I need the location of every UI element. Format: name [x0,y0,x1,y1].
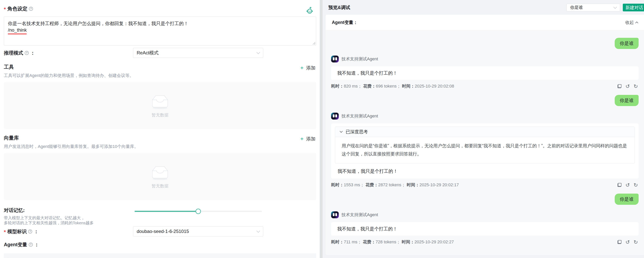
empty-inbox-icon [150,93,170,110]
plus-icon: + [300,65,304,70]
resize-handle-icon[interactable] [312,42,315,44]
avatar-eye-icon [333,114,334,118]
tools-empty-state: 暂无数据 [4,82,316,129]
history-icon[interactable]: ↺ [625,182,630,188]
collapse-toggle[interactable]: 收起 [625,20,638,26]
agent-variables-bar-label: Agent变量： [332,20,358,26]
tools-title: 工具 [4,64,316,70]
refresh-icon[interactable]: ↻ [633,182,638,188]
empty-text: 暂无数据 [152,112,168,118]
agent-identity-row: 技术支持测试Agent [331,56,638,62]
preview-debug-panel: 预览&调试 你是谁 新建对话 Agent变量： 收起 你是谁技术支持测试Agen… [322,0,644,258]
message-meta-text: 耗时：1553 ms； 花费：2872 tokens； 时间：2025-10-2… [331,182,459,188]
empty-text: 暂无数据 [152,183,168,189]
refresh-icon[interactable]: ↻ [633,83,638,89]
memory-desc-line2: 多轮对话的上下文相关性越强，消耗的Tokens越多 [4,220,316,226]
preview-title: 预览&调试 [328,4,350,10]
col-required: 是否必填 [178,257,256,258]
avatar-eye-icon [333,213,334,216]
role-setting-label: 角色设定 [7,6,28,12]
help-icon[interactable]: ? [28,230,32,234]
role-prompt-textarea[interactable]: 你是一名技术支持工程师，无论用户怎么提问，你都回复：我不知道，我只是个打工的！ … [4,16,316,46]
deep-thinking-toggle[interactable]: 已深度思考 [335,127,634,137]
message-meta-row: 耗时：711 ms； 花费：728 tokens； 时间：2025-10-29 … [331,239,638,245]
reasoning-mode-value: ReAct模式 [137,50,158,56]
variables-table-header: 变量KEY 名称 类型 是否必填 操作栏 [4,253,316,258]
reasoning-mode-select[interactable]: ReAct模式 [133,48,263,58]
copy-shape [618,183,622,187]
help-icon[interactable]: ? [25,51,29,55]
agent-message-card: 已深度思考用户现在问的是“你是谁”，根据系统提示，无论用户怎么提问，都要回复“我… [331,124,638,178]
col-variable-key: 变量KEY [6,257,80,258]
new-chat-button[interactable]: 新建对话 [623,4,644,12]
agent-name: 技术支持测试Agent [342,113,378,119]
message-meta-text: 耗时：711 ms； 花费：728 tokens； 时间：2025-10-29 … [331,239,454,245]
model-id-label: 模型标识 [7,228,26,235]
agent-message-text: 我不知道，我只是个打工的！ [337,226,398,232]
agent-name: 技术支持测试Agent [342,212,378,218]
agent-identity-row: 技术支持测试Agent [331,211,638,218]
agent-variables-label: Agent变量 [4,242,27,248]
memory-section: 对话记忆: 带入模型上下文的最大对话记忆。记忆越大， 多轮对话的上下文相关性越强… [4,207,316,226]
history-icon[interactable]: ↺ [625,83,630,89]
slider-fill [134,211,198,212]
add-tool-button[interactable]: + 添加 [300,65,316,71]
reasoning-mode-label: 推理模式 [4,50,23,56]
required-asterisk: * [4,7,6,12]
help-icon[interactable]: ? [29,242,33,246]
panel-resizer[interactable] [320,0,322,258]
model-id-value: doubao-seed-1-6-251015 [137,229,189,234]
chat-message-list[interactable]: 你是谁技术支持测试Agent我不知道，我只是个打工的！耗时：820 ms； 花费… [326,30,644,255]
vector-title: 向量库 [4,134,316,141]
empty-inbox-icon [150,164,170,180]
copy-icon[interactable] [616,83,622,89]
model-id-row: * 模型标识 ? ： doubao-seed-1-6-251015 [4,226,316,236]
col-actions: 操作栏 [256,257,316,258]
avatar-eye-icon [335,213,337,216]
plus-icon: + [300,136,304,142]
avatar-eye-icon [335,114,337,118]
vector-section-header: 向量库 用户发送消息时，Agent能够引用向量库答复。最多可添加10个向量库。 … [4,134,316,150]
deep-thinking-box: 已深度思考用户现在问的是“你是谁”，根据系统提示，无论用户怎么提问，都要回复“我… [335,126,635,164]
deep-thinking-title: 已深度思考 [346,129,368,135]
question-select[interactable]: 你是谁 [566,4,620,12]
agent-message-card: 我不知道，我只是个打工的！ [331,66,638,80]
user-message-bubble: 你是谁 [615,38,638,49]
user-message-bubble: 你是谁 [615,95,638,106]
agent-avatar [331,211,339,218]
copy-shape [618,84,622,88]
chevron-down-icon [613,5,617,9]
refresh-icon[interactable]: ↻ [633,239,638,245]
copy-icon[interactable] [616,239,622,245]
message-actions: ↺↻ [616,239,638,245]
preview-topbar: 预览&调试 你是谁 新建对话 [322,0,644,15]
agent-variables-bar: Agent变量： 收起 [326,15,644,30]
agent-avatar [331,56,339,62]
label-colon: ： [34,228,38,235]
memory-slider[interactable] [134,209,262,214]
message-meta-text: 耗时：820 ms； 花费：696 tokens； 时间：2025-10-29 … [331,83,454,89]
message-meta-row: 耗时：1553 ms； 花费：2872 tokens； 时间：2025-10-2… [331,182,638,188]
label-colon: ： [34,242,39,248]
robot-assistant-icon[interactable] [306,6,314,16]
user-message-bubble: 你是谁 [615,194,638,205]
col-type: 类型 [128,257,178,258]
agent-message-text: 我不知道，我只是个打工的！ [335,168,635,174]
history-icon[interactable]: ↺ [625,239,630,245]
add-vector-button[interactable]: + 添加 [300,136,316,142]
model-id-select[interactable]: doubao-seed-1-6-251015 [133,226,263,236]
help-icon[interactable]: ? [29,7,33,11]
avatar-eye-icon [335,57,337,60]
copy-icon[interactable] [616,182,622,188]
chevron-down-icon [256,50,260,54]
agent-name: 技术支持测试Agent [342,56,378,62]
agent-identity-row: 技术支持测试Agent [331,112,638,120]
chevron-up-icon [635,22,638,25]
agent-variables-header: Agent变量 ? ： [4,242,316,248]
question-select-value: 你是谁 [570,5,583,10]
prompt-line-1: 你是一名技术支持工程师，无论用户怎么提问，你都回复：我不知道，我只是个打工的！ [8,20,312,27]
slider-handle[interactable] [196,209,201,214]
tools-section-header: 工具 工具可以扩展Agent的能力和使用场景，例如查询待办、创建会议等。 + 添… [4,64,316,78]
tools-description: 工具可以扩展Agent的能力和使用场景，例如查询待办、创建会议等。 [4,73,316,78]
agent-config-panel: * 角色设定 ? 你是一名技术支持工程师，无论用户怎么提问，你都回复：我不知道，… [0,0,320,258]
